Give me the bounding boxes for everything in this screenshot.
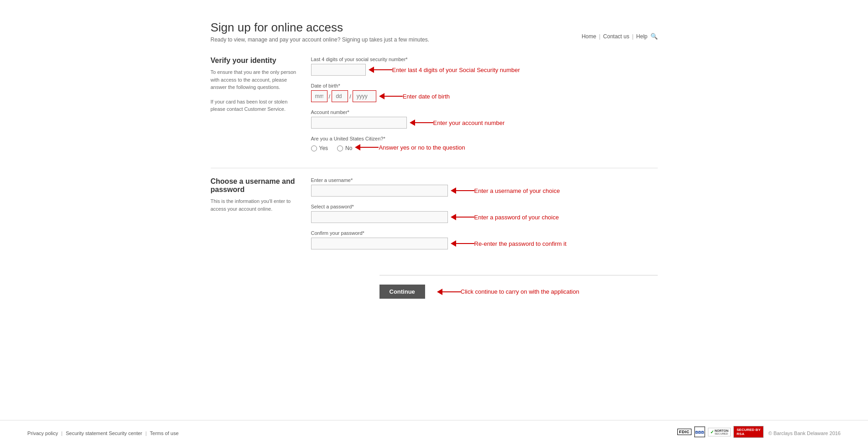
account-label: Account number* [311, 109, 658, 115]
citizenship-yes-option[interactable]: Yes [311, 145, 328, 151]
dob-arrowhead-icon [379, 93, 385, 99]
dob-yyyy-input[interactable] [353, 90, 376, 102]
citizenship-annotation-arrow: Answer yes or no to the question [355, 144, 465, 151]
password-annotation-arrow: Enter a password of your choice [451, 214, 559, 221]
security-badges: FDIC BBB ✓ NORTON SECURED SECURED BYRSA [677, 426, 764, 438]
nav-sep-2: | [632, 33, 634, 40]
confirm-annotation-arrow: Re-enter the password to confirm it [451, 240, 567, 247]
citizenship-no-radio[interactable] [337, 145, 343, 151]
citizenship-annotation-text: Answer yes or no to the question [379, 144, 465, 151]
password-annotation-text: Enter a password of your choice [474, 214, 559, 221]
fdic-badge: FDIC [677, 429, 691, 435]
norton-text: NORTON SECURED [715, 429, 728, 435]
norton-check-icon: ✓ [710, 430, 714, 435]
username-field-group: Enter a username* Enter a username of yo… [311, 177, 658, 197]
citizenship-no-label: No [345, 145, 352, 151]
continue-button[interactable]: Continue [379, 285, 425, 299]
password-input[interactable] [311, 211, 448, 223]
search-icon[interactable]: 🔍 [650, 33, 658, 40]
verify-identity-desc1: To ensure that you are the only person w… [211, 68, 297, 91]
password-field-group: Select a password* Enter a password of y… [311, 204, 658, 223]
account-input[interactable] [311, 117, 407, 129]
dob-sep-2: / [348, 93, 353, 100]
footer-right: FDIC BBB ✓ NORTON SECURED SECURED BYRSA … [677, 426, 841, 441]
footer-sep-1: | [61, 430, 62, 436]
dob-container: / / [311, 90, 376, 102]
account-annotation-text: Enter your account number [433, 119, 505, 126]
account-annotation-arrow: Enter your account number [410, 119, 505, 126]
citizenship-shaft [360, 147, 379, 148]
confirm-password-input[interactable] [311, 238, 448, 249]
verify-identity-section: Verify your identity To ensure that you … [211, 57, 658, 168]
citizenship-input-row: Yes No Answer yes or no to the question [311, 143, 658, 151]
ssn-field-group: Last 4 digits of your social security nu… [311, 57, 658, 76]
terms-of-use-link[interactable]: Terms of use [150, 430, 179, 436]
confirm-annotation-text: Re-enter the password to confirm it [474, 240, 567, 247]
nav-contact-link[interactable]: Contact us [603, 33, 629, 40]
dob-sep-1: / [327, 93, 332, 100]
nav-help-link[interactable]: Help [636, 33, 648, 40]
ssn-annotation-text: Enter last 4 digits of your Social Secur… [392, 67, 520, 73]
citizenship-arrowhead-icon [355, 144, 360, 150]
confirm-shaft [456, 243, 474, 244]
ssn-shaft [374, 69, 392, 70]
continue-divider [379, 275, 658, 275]
confirm-password-label: Confirm your password* [311, 230, 658, 236]
nav-home-link[interactable]: Home [582, 33, 596, 40]
footer: Privacy policy | Security statement Secu… [0, 420, 868, 446]
verify-identity-desc2: If your card has been lost or stolen ple… [211, 98, 297, 113]
dob-shaft [385, 96, 403, 97]
ssn-annotation-arrow: Enter last 4 digits of your Social Secur… [369, 67, 520, 73]
username-input[interactable] [311, 185, 448, 197]
account-arrowhead-icon [410, 119, 415, 126]
confirm-password-input-row: Re-enter the password to confirm it [311, 238, 658, 249]
credentials-heading: Choose a username and password [211, 177, 297, 194]
dob-input-row: / / Enter date of birth [311, 90, 658, 102]
nav-sep-1: | [599, 33, 600, 40]
continue-arrowhead-icon [437, 289, 442, 295]
citizenship-yes-radio[interactable] [311, 145, 317, 151]
account-field-group: Account number* Enter your account numbe… [311, 109, 658, 129]
ssn-arrowhead-icon [369, 67, 374, 73]
credentials-info: Choose a username and password This is t… [211, 177, 311, 257]
citizenship-yes-label: Yes [319, 145, 328, 151]
norton-badge: ✓ NORTON SECURED [708, 428, 731, 436]
password-shaft [456, 217, 474, 218]
confirm-arrowhead-icon [451, 240, 456, 247]
username-label: Enter a username* [311, 177, 658, 183]
username-annotation-text: Enter a username of your choice [474, 187, 560, 194]
password-arrowhead-icon [451, 214, 456, 220]
verify-identity-fields: Last 4 digits of your social security nu… [311, 57, 658, 159]
citizenship-label: Are you a United States Citizen?* [311, 136, 658, 141]
continue-annotation-arrow: Click continue to carry on with the appl… [437, 288, 579, 295]
dob-annotation-text: Enter date of birth [403, 93, 450, 100]
privacy-policy-link[interactable]: Privacy policy [27, 430, 58, 436]
footer-links: Privacy policy | Security statement Secu… [27, 430, 179, 436]
username-arrowhead-icon [451, 187, 456, 194]
username-annotation-arrow: Enter a username of your choice [451, 187, 560, 194]
dob-dd-input[interactable] [332, 90, 348, 102]
account-input-row: Enter your account number [311, 117, 658, 129]
dob-annotation-arrow: Enter date of birth [379, 93, 450, 100]
credentials-desc: This is the information you'll enter to … [211, 197, 297, 213]
footer-copyright: © Barclays Bank Delaware 2016 [768, 430, 841, 436]
security-statement-link[interactable]: Security statement Security center [66, 430, 142, 436]
footer-sep-2: | [146, 430, 147, 436]
verify-identity-info: Verify your identity To ensure that you … [211, 57, 311, 159]
citizenship-field-group: Are you a United States Citizen?* Yes No [311, 136, 658, 151]
username-input-row: Enter a username of your choice [311, 185, 658, 197]
continue-shaft [442, 291, 461, 292]
bbb-badge: BBB [694, 426, 705, 437]
confirm-password-field-group: Confirm your password* Re-enter the pass… [311, 230, 658, 249]
ssn-input-row: Enter last 4 digits of your Social Secur… [311, 64, 658, 76]
ssn-input[interactable] [311, 64, 366, 76]
rsa-badge: SECURED BYRSA [733, 426, 764, 438]
dob-field-group: Date of birth* / / Enter date of birth [311, 83, 658, 102]
credentials-section: Choose a username and password This is t… [211, 177, 658, 266]
svg-text:BBB: BBB [695, 430, 704, 435]
password-label: Select a password* [311, 204, 658, 209]
citizenship-no-option[interactable]: No [337, 145, 352, 151]
dob-label: Date of birth* [311, 83, 658, 88]
dob-mm-input[interactable] [311, 90, 327, 102]
ssn-label: Last 4 digits of your social security nu… [311, 57, 658, 62]
